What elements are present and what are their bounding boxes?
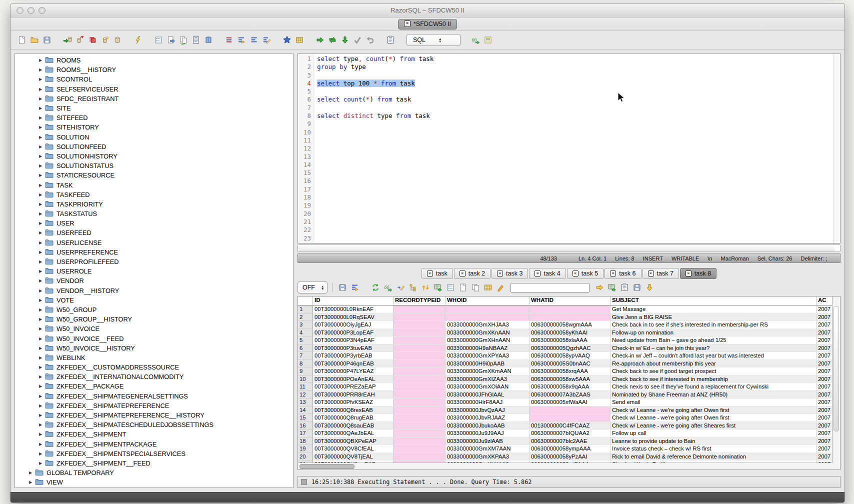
results-search-input[interactable] [510,283,590,292]
table-cell[interactable]: 00T3000000P46qnEAB [313,360,394,368]
table-cell[interactable] [394,336,446,344]
table-cell[interactable]: 00T3000000Q8rexEAB [313,406,394,414]
table-cell[interactable] [394,453,446,461]
table-cell[interactable]: Check-in w/ Jeff – couldn't afford last … [610,352,816,360]
table-cell[interactable] [530,406,610,414]
table-cell[interactable] [394,352,446,360]
table-cell[interactable] [394,376,446,384]
table-cell[interactable]: 006300000058xlaAAA [530,336,610,344]
tree-item-w50-invoice-history[interactable]: ▶W50_INVOICE__HISTORY [15,344,293,353]
table-cell[interactable]: 2007 [816,336,832,344]
expand-triangle-icon[interactable]: ▶ [38,96,44,101]
table-cell[interactable]: 00T3000000L0RqSEAV [313,314,394,322]
compare-sql-icon[interactable] [224,34,234,46]
table-cell[interactable]: 2007 [816,329,832,337]
nav-forward-icon[interactable] [314,34,326,46]
row-number[interactable]: 8 [298,360,313,368]
table-cell[interactable]: Invoice status check – check w/ RS first [610,445,816,453]
save-table-icon[interactable] [632,282,642,294]
table-cell[interactable] [394,368,446,376]
row-number[interactable]: 13 [298,398,313,406]
code-line-16[interactable] [317,177,840,185]
table-cell[interactable]: 0033000000GmXKmAAN [446,368,530,376]
table-cell[interactable]: Follow-up on nomination [610,329,816,337]
result-tab-task-3[interactable]: ✕task 3 [492,268,528,279]
row-number[interactable]: 4 [298,329,313,337]
table-cell[interactable]: 00630000005QgzhAAC [530,344,610,352]
code-line-20[interactable] [317,210,840,218]
code-line-1[interactable]: select type, count(*) from task [317,55,840,63]
tree-item-selfserviceuser[interactable]: ▶SELFSERVICEUSER [15,84,293,94]
expand-triangle-icon[interactable]: ▶ [38,384,44,388]
row-number[interactable]: 5 [298,336,313,344]
related-tables-icon[interactable] [408,282,418,294]
table-cell[interactable]: Leanne to provide update to Bain [610,438,816,446]
table-cell[interactable] [394,306,446,314]
table-cell[interactable]: 0033000000JbvQzAAJ [446,406,530,414]
expand-triangle-icon[interactable]: ▶ [38,442,44,446]
table-cell[interactable]: 2007 [816,445,832,453]
table-cell[interactable] [394,314,446,322]
code-line-5[interactable] [317,88,840,96]
close-window-button[interactable] [16,7,24,14]
commit-icon[interactable] [87,34,98,46]
tree-item-userpreference[interactable]: ▶USERPREFERENCE [15,248,293,257]
table-cell[interactable]: Check nexis to see if they've found a re… [610,383,816,391]
view-row-icon[interactable]: 66 [382,282,394,294]
table-cell[interactable]: Check back in to see if she's interested… [610,321,816,329]
expand-triangle-icon[interactable]: ▶ [38,404,44,408]
connect-icon[interactable] [62,34,73,46]
row-number[interactable]: 11 [298,383,313,391]
row-number[interactable]: 7 [298,352,313,360]
tree-item-zkfedex-shipmentspecialservices[interactable]: ▶ZKFEDEX__SHIPMENTSPECIALSERVICES [15,449,293,458]
row-number[interactable]: 1 [298,306,313,314]
tree-item-taskstatus[interactable]: ▶TASKSTATUS [15,209,293,218]
expand-triangle-icon[interactable]: ▶ [38,68,44,72]
save-file-icon[interactable] [42,34,52,46]
zoom-window-button[interactable] [38,7,46,14]
expand-triangle-icon[interactable]: ▶ [38,77,44,82]
table-cell[interactable]: 00T3000000PfvKSEAZ [313,398,394,406]
sql-code-area[interactable]: select type, count(*) from taskgroup by … [314,54,840,243]
generate-script-icon[interactable] [619,282,630,294]
expand-triangle-icon[interactable]: ▶ [38,374,44,379]
tree-item-zkfedex-shipmatepreference-history[interactable]: ▶ZKFEDEX__SHIPMATEPREFERENCE__HISTORY [15,410,293,420]
validate-icon[interactable] [352,34,363,46]
code-line-12[interactable] [317,144,840,152]
sql-editor[interactable]: 1234567891011121314151617181920212223 se… [298,54,840,244]
new-file-icon[interactable] [16,34,28,46]
new-connection-icon[interactable] [100,34,110,46]
tree-item-w50-group-history[interactable]: ▶W50_GROUP__HISTORY [15,314,293,324]
table-cell[interactable]: 00T3000000Q8rugEAB [313,414,394,422]
result-tab-task-5[interactable]: ✕task 5 [567,268,604,279]
expand-triangle-icon[interactable]: ▶ [38,452,44,456]
expand-triangle-icon[interactable]: ▶ [38,230,44,235]
expand-triangle-icon[interactable]: ▶ [38,135,44,140]
table-cell[interactable]: Check w/ Leanne - we're going after Owen… [610,406,816,414]
table-cell[interactable] [394,414,446,422]
table-cell[interactable]: 00T3000000Q8sauEAB [313,422,394,430]
code-line-4[interactable]: select top 100 * from task [317,80,840,88]
table-cell[interactable]: 00T3000000P3LopEAF [313,329,394,337]
row-number[interactable]: 20 [298,453,313,461]
preview-results-icon[interactable]: 66 [470,34,481,46]
tree-item-zkfedex-shipmatescheduledjobssettings[interactable]: ▶ZKFEDEX__SHIPMATESCHEDULEDJOBSSETTINGS [15,420,293,430]
code-line-11[interactable] [317,136,840,144]
close-result-tab-icon[interactable]: ✕ [572,270,578,276]
tree-item-user[interactable]: ▶USER [15,218,293,228]
text-view-icon[interactable] [458,282,468,294]
table-cell[interactable]: 0033000000GmXKPAA3 [446,453,530,461]
table-cell[interactable] [394,438,446,446]
table-cell[interactable]: Rick to email David & reference Delmonte… [610,453,816,461]
tree-item-vendor-history[interactable]: ▶VENDOR__HISTORY [15,286,293,296]
table-cell[interactable]: 00630000005S0bnAAC [530,360,610,368]
close-result-tab-icon[interactable]: ✕ [648,270,654,276]
expand-triangle-icon[interactable]: ▶ [38,317,44,322]
switch-connection-icon[interactable] [327,34,338,46]
expand-triangle-icon[interactable]: ▶ [38,336,44,341]
tree-item-zkfedex-shipment[interactable]: ▶ZKFEDEX__SHIPMENT [15,430,293,439]
table-cell[interactable] [394,391,446,399]
code-line-10[interactable] [317,128,840,136]
expand-triangle-icon[interactable]: ▶ [38,144,44,149]
table-cell[interactable] [394,445,446,453]
